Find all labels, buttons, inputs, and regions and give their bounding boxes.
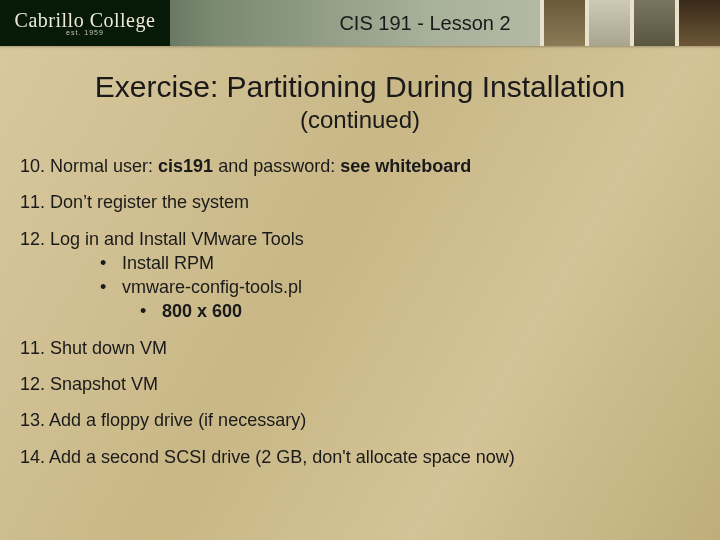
step-12b: 12. Snapshot VM <box>20 372 700 396</box>
step-bold-user: cis191 <box>158 156 213 176</box>
step-text: Add a second SCSI drive (2 GB, don't all… <box>45 447 515 467</box>
banner-photo-3 <box>630 0 675 46</box>
banner-photo-4 <box>675 0 720 46</box>
substep-text: 800 x 600 <box>162 301 242 321</box>
substep-resolution: •800 x 600 <box>20 299 700 323</box>
logo-text: Cabrillo College <box>15 11 156 29</box>
step-text: Log in and Install VMware Tools <box>45 229 304 249</box>
step-12a: 12. Log in and Install VMware Tools •Ins… <box>20 227 700 324</box>
step-text-pre: Normal user: <box>45 156 158 176</box>
banner-photo-2 <box>585 0 630 46</box>
logo-subtext: est. 1959 <box>66 29 104 36</box>
slide: Cabrillo College est. 1959 CIS 191 - Les… <box>0 0 720 540</box>
banner-photo-strip <box>540 0 720 46</box>
step-11a: 11. Don’t register the system <box>20 190 700 214</box>
step-13: 13. Add a floppy drive (if necessary) <box>20 408 700 432</box>
step-text: Shut down VM <box>45 338 167 358</box>
banner-photo-1 <box>540 0 585 46</box>
substep-text: Install RPM <box>122 253 214 273</box>
step-10: 10. Normal user: cis191 and password: se… <box>20 154 700 178</box>
step-11b: 11. Shut down VM <box>20 336 700 360</box>
step-text-mid: and password: <box>213 156 340 176</box>
banner: Cabrillo College est. 1959 CIS 191 - Les… <box>0 0 720 46</box>
step-text: Don’t register the system <box>45 192 249 212</box>
step-number: 11. <box>20 192 45 212</box>
step-number: 10. <box>20 156 45 176</box>
bullet-icon: • <box>100 275 122 299</box>
slide-subtitle: (continued) <box>0 106 720 134</box>
step-number: 13. <box>20 410 45 430</box>
college-logo: Cabrillo College est. 1959 <box>0 0 170 46</box>
substep-vmware-config: •vmware-config-tools.pl <box>20 275 700 299</box>
step-14: 14. Add a second SCSI drive (2 GB, don't… <box>20 445 700 469</box>
slide-content: 10. Normal user: cis191 and password: se… <box>0 134 720 469</box>
step-text: Add a floppy drive (if necessary) <box>45 410 306 430</box>
step-number: 12. <box>20 374 45 394</box>
step-number: 12. <box>20 229 45 249</box>
substep-install-rpm: •Install RPM <box>20 251 700 275</box>
bullet-icon: • <box>140 299 162 323</box>
bullet-icon: • <box>100 251 122 275</box>
step-text: Snapshot VM <box>45 374 158 394</box>
step-bold-pass: see whiteboard <box>340 156 471 176</box>
substep-text: vmware-config-tools.pl <box>122 277 302 297</box>
step-number: 11. <box>20 338 45 358</box>
slide-title: Exercise: Partitioning During Installati… <box>0 70 720 104</box>
step-number: 14. <box>20 447 45 467</box>
